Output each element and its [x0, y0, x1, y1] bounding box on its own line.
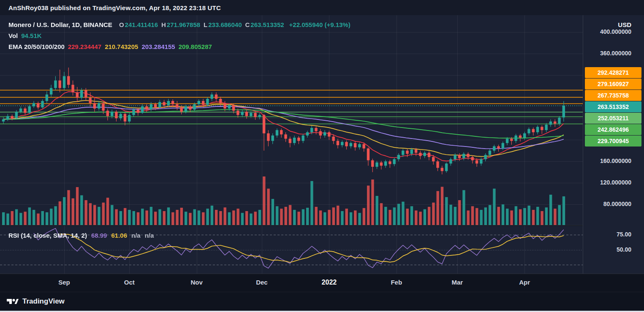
- footer: TradingView: [0, 292, 644, 311]
- ohlc-high: H271.967858: [161, 21, 200, 28]
- rsi-band-upper-value: n/a: [131, 232, 141, 239]
- ohlc-close: C263.513352: [245, 21, 284, 28]
- tradingview-brand[interactable]: TradingView: [22, 297, 65, 306]
- volume-legend-row[interactable]: Vol 94.51K: [8, 32, 351, 40]
- close-value: 263.513352: [250, 21, 284, 28]
- price-level-tag: 279.160927: [585, 79, 641, 90]
- symbol-title: Monero / U.S. Dollar, 1D, BINANCE: [8, 21, 112, 28]
- publish-banner: AnShRoy038 published on TradingView.com,…: [0, 0, 644, 15]
- change-value: +22.055940 (+9.13%): [289, 21, 351, 28]
- open-label: O: [119, 21, 124, 28]
- close-label: C: [245, 21, 250, 28]
- price-level-tag: 229.700945: [585, 136, 641, 147]
- rsi-band-lower-value: n/a: [145, 232, 154, 239]
- rsi-sma-value: 61.06: [111, 232, 127, 239]
- time-axis[interactable]: SepOctNovDec2022FebMarApr: [0, 274, 644, 292]
- ema-legend-row[interactable]: EMA 20/50/100/200 229.234447 210.743205 …: [8, 43, 351, 51]
- ohlc-open: O241.411416: [119, 21, 158, 28]
- open-value: 241.411416: [125, 21, 158, 28]
- price-axis[interactable]: USD 400.000000360.000000160.000000120.00…: [583, 15, 644, 274]
- price-tick-label: 160.000000: [600, 157, 631, 164]
- time-axis-label: Dec: [256, 279, 268, 286]
- ema200-value: 209.805287: [179, 43, 212, 50]
- price-tick-label: 360.000000: [600, 50, 631, 57]
- time-axis-label: Sep: [58, 279, 70, 286]
- time-axis-label: Oct: [124, 279, 135, 286]
- chart-area: Monero / U.S. Dollar, 1D, BINANCE O241.4…: [0, 15, 644, 274]
- ema50-value: 210.743205: [105, 43, 138, 50]
- price-level-tag: 263.513352: [585, 101, 641, 112]
- symbol-legend-row[interactable]: Monero / U.S. Dollar, 1D, BINANCE O241.4…: [8, 21, 351, 29]
- tradingview-logo-icon[interactable]: [7, 297, 19, 306]
- time-axis-label: Feb: [391, 279, 402, 286]
- low-value: 233.686040: [208, 21, 242, 28]
- time-axis-label: Nov: [191, 279, 203, 286]
- currency-label: USD: [618, 21, 631, 28]
- time-axis-label: Apr: [519, 279, 530, 286]
- rsi-tick-label: 50.00: [617, 246, 631, 253]
- time-axis-label: Mar: [451, 279, 463, 286]
- ema100-value: 203.284155: [141, 43, 175, 50]
- time-axis-label: 2022: [322, 279, 337, 286]
- main-legend: Monero / U.S. Dollar, 1D, BINANCE O241.4…: [8, 21, 351, 51]
- price-tick-label: 120.000000: [600, 179, 631, 186]
- volume-label: Vol: [8, 32, 18, 39]
- low-label: L: [204, 21, 207, 28]
- price-level-tag: 242.862496: [585, 124, 641, 135]
- rsi-legend-row[interactable]: RSI (14, close, SMA, 14, 2) 68.99 61.06 …: [8, 231, 154, 239]
- ema-label: EMA 20/50/100/200: [8, 43, 65, 50]
- rsi-label: RSI (14, close, SMA, 14, 2): [8, 232, 87, 239]
- banner-text: AnShRoy038 published on TradingView.com,…: [8, 4, 221, 11]
- high-label: H: [161, 21, 166, 28]
- price-level-tag: 267.735758: [585, 90, 641, 101]
- rsi-tick-label: 75.00: [617, 231, 631, 238]
- high-value: 271.967858: [167, 21, 200, 28]
- price-level-tag: 252.053211: [585, 113, 641, 124]
- ema20-value: 229.234447: [68, 43, 101, 50]
- price-level-tag: 292.428271: [585, 67, 641, 78]
- volume-value: 94.51K: [21, 32, 41, 39]
- ohlc-low: L233.686040: [204, 21, 242, 28]
- price-tick-label: 80.000000: [603, 201, 631, 207]
- price-tick-label: 400.000000: [600, 28, 631, 35]
- rsi-value: 68.99: [91, 232, 107, 239]
